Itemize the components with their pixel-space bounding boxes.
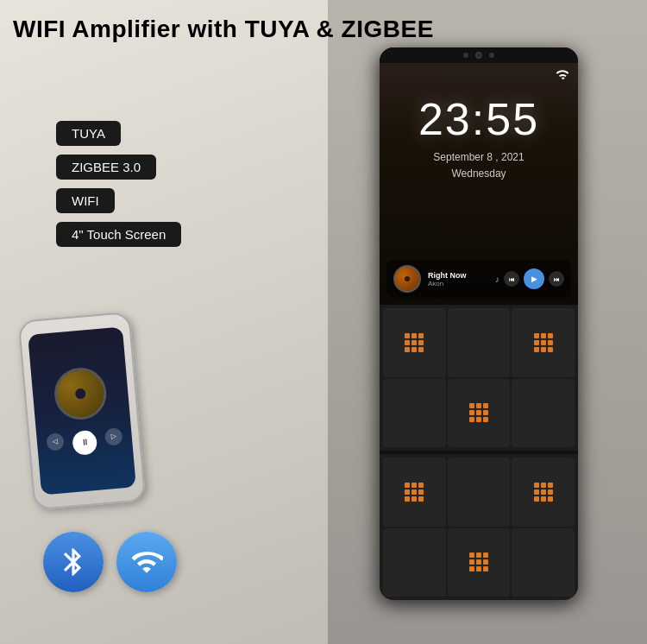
dot-grid-9 [534, 483, 553, 502]
feature-zigbee: ZIGBEE 3.0 [56, 155, 156, 180]
button-cell-4[interactable] [383, 379, 446, 448]
dot-grid-7 [405, 483, 424, 502]
music-artist: Akon [428, 280, 488, 287]
next-track-btn[interactable]: ⏭ [549, 271, 564, 287]
device-panel: 23:55 September 8 , 2021 Wednesday Right… [380, 47, 578, 600]
feature-wifi: WIFI [56, 188, 115, 213]
feature-touchscreen: 4" Touch Screen [56, 222, 181, 247]
button-cell-9[interactable] [512, 458, 575, 527]
phone-album-art [53, 365, 109, 421]
date-line2: Wednesday [390, 166, 568, 182]
play-pause-btn[interactable]: ▶ [524, 268, 544, 289]
music-note-icon: ♪ [495, 275, 499, 284]
button-cell-2[interactable] [448, 308, 511, 377]
button-cell-6[interactable] [512, 379, 575, 448]
prev-track-btn[interactable]: ⏮ [504, 271, 519, 287]
bottom-icons [43, 532, 177, 592]
button-cell-10[interactable] [383, 528, 446, 597]
phone-prev-btn: ◁ [46, 432, 65, 451]
button-cell-3[interactable] [512, 308, 575, 377]
wifi-status-indicator [556, 70, 569, 82]
date-line1: September 8 , 2021 [390, 149, 568, 166]
music-info: Right Now Akon [428, 271, 488, 287]
wifi-status-svg [556, 70, 569, 80]
button-row-2 [383, 379, 575, 448]
dot-grid-3 [534, 333, 553, 352]
feature-tuya: TUYA [56, 121, 121, 146]
button-row-4 [383, 528, 575, 597]
date-display: September 8 , 2021 Wednesday [390, 149, 568, 182]
bluetooth-svg [57, 546, 90, 578]
dot-grid-1 [405, 333, 424, 352]
button-cell-5[interactable] [448, 379, 511, 448]
features-list: TUYA ZIGBEE 3.0 WIFI 4" Touch Screen [56, 121, 181, 247]
dot-grid-11 [469, 552, 488, 571]
wifi-svg [130, 546, 163, 578]
music-album-thumbnail [393, 265, 421, 293]
page-title: WIFI Amplifier with TUYA & ZIGBEE [13, 16, 434, 43]
sensor-bar [380, 47, 578, 63]
sensor-dot-1 [463, 53, 468, 58]
wifi-circle-icon [116, 532, 177, 592]
music-title: Right Now [428, 271, 488, 280]
button-cell-11[interactable] [448, 528, 511, 597]
phone-mockup: ◁ ⏸ ▷ [26, 316, 138, 506]
dot-grid-5 [469, 403, 488, 422]
button-section-top [380, 305, 578, 451]
button-cell-12[interactable] [512, 528, 575, 597]
phone-next-btn: ▷ [104, 427, 123, 446]
sensor-dot-2 [489, 53, 494, 58]
camera-sensor [475, 52, 482, 59]
button-cell-7[interactable] [383, 458, 446, 527]
button-cell-8[interactable] [448, 458, 511, 527]
phone-pause-btn: ⏸ [72, 429, 97, 455]
music-player-bar[interactable]: Right Now Akon ♪ ⏮ ▶ ⏭ [386, 260, 571, 298]
button-row-1 [383, 308, 575, 377]
time-display: 23:55 [390, 93, 568, 145]
phone-controls: ◁ ⏸ ▷ [46, 427, 123, 458]
music-controls: ♪ ⏮ ▶ ⏭ [495, 268, 564, 289]
button-section-bottom [380, 454, 578, 600]
button-cell-1[interactable] [383, 308, 446, 377]
bluetooth-icon [43, 532, 104, 592]
button-row-3 [383, 458, 575, 527]
touch-screen[interactable]: 23:55 September 8 , 2021 Wednesday Right… [380, 63, 578, 305]
